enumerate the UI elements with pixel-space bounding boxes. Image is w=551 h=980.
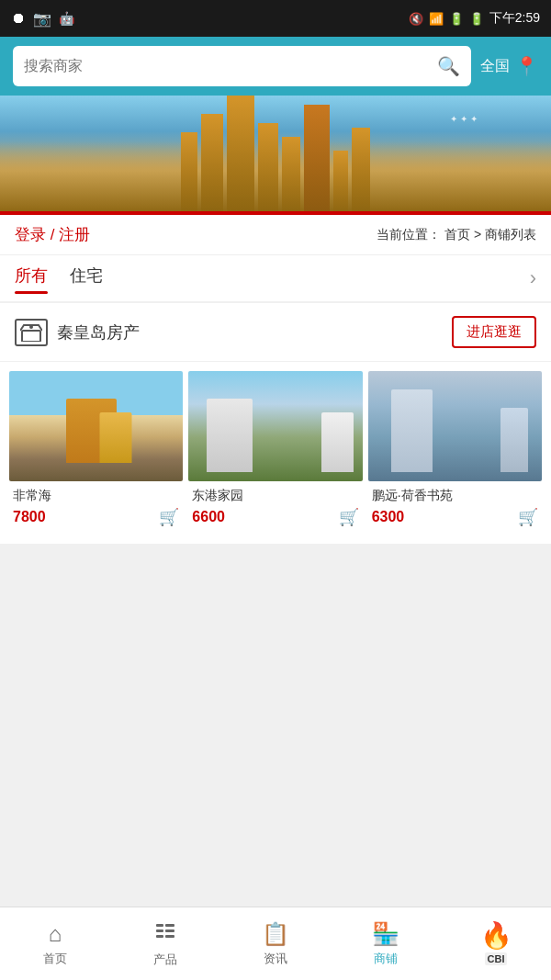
news-icon: 📋 <box>262 921 289 947</box>
product-info-2: 东港家园 6600 🛒 <box>188 481 362 531</box>
store-svg <box>20 323 42 342</box>
banner: ✦ ✦ ✦ <box>0 96 551 215</box>
list-icon-svg <box>154 920 176 942</box>
building-1 <box>181 132 197 215</box>
svg-rect-0 <box>22 331 40 342</box>
status-right: 🔇 📶 🔋 🔋 下午2:59 <box>409 10 540 27</box>
svg-rect-6 <box>165 929 174 932</box>
location-label: 全国 <box>480 57 510 76</box>
tab-all[interactable]: 所有 <box>15 265 48 292</box>
building-8 <box>352 128 370 215</box>
product-name-3: 鹏远·荷香书苑 <box>372 487 538 503</box>
status-time: 下午2:59 <box>489 10 540 27</box>
product-price-row-1: 7800 🛒 <box>13 507 179 527</box>
tab-more-arrow[interactable]: › <box>530 266 536 290</box>
nav-item-news[interactable]: 📋 资讯 <box>220 907 331 980</box>
fire-icon: 🔥 <box>480 923 512 949</box>
add-to-cart-button-1[interactable]: 🛒 <box>159 507 179 527</box>
products-icon <box>154 920 176 948</box>
auth-row: 登录 / 注册 当前位置： 首页 > 商铺列表 <box>0 215 551 255</box>
nav-item-products[interactable]: 产品 <box>110 907 220 980</box>
battery-icon-1: 🔋 <box>449 12 464 26</box>
camera-icon: 📷 <box>33 10 51 28</box>
location-prefix: 当前位置： <box>377 227 441 242</box>
product-name-1: 非常海 <box>13 487 179 503</box>
tab-residential[interactable]: 住宅 <box>70 265 103 292</box>
product-price-2: 6600 <box>192 509 225 525</box>
search-box[interactable]: 🔍 <box>13 46 471 86</box>
product-price-1: 7800 <box>13 509 46 525</box>
wifi-icon: 📶 <box>429 12 444 26</box>
store-name: 秦皇岛房产 <box>57 321 140 344</box>
shop-icon: 🏪 <box>372 921 399 947</box>
products-grid: 非常海 7800 🛒 东港家园 6600 🛒 <box>0 362 551 544</box>
cbi-label: CBI <box>485 952 508 965</box>
building-2 <box>201 114 223 215</box>
android-icon: 🤖 <box>59 11 74 26</box>
location-pin-icon: 📍 <box>515 55 538 77</box>
visit-store-button[interactable]: 进店逛逛 <box>452 316 536 348</box>
nav-label-news: 资讯 <box>264 951 287 967</box>
search-input[interactable] <box>24 58 430 74</box>
svg-point-1 <box>29 325 33 329</box>
product-price-row-3: 6300 🛒 <box>372 507 538 527</box>
status-bar: ⏺ 📷 🤖 🔇 📶 🔋 🔋 下午2:59 <box>0 0 551 37</box>
store-section: 秦皇岛房产 进店逛逛 非常海 7800 🛒 <box>0 303 551 544</box>
product-info-3: 鹏远·荷香书苑 6300 🛒 <box>368 481 542 531</box>
building-4 <box>258 123 278 215</box>
store-name-wrap: 秦皇岛房产 <box>15 319 140 346</box>
search-icon: 🔍 <box>437 55 460 77</box>
product-image-2 <box>188 371 362 481</box>
building-7 <box>333 151 348 215</box>
bottom-nav: ⌂ 首页 产品 📋 资讯 🏪 商铺 🔥 CBI <box>0 907 551 980</box>
record-icon: ⏺ <box>11 10 26 27</box>
add-to-cart-button-2[interactable]: 🛒 <box>339 507 359 527</box>
breadcrumb: 当前位置： 首页 > 商铺列表 <box>377 227 536 243</box>
search-area: 🔍 全国 📍 <box>0 37 551 96</box>
product-item: 非常海 7800 🛒 <box>9 371 183 531</box>
battery-icon-2: 🔋 <box>469 12 484 26</box>
content-spacer <box>0 544 551 819</box>
add-to-cart-button-3[interactable]: 🛒 <box>518 507 538 527</box>
svg-rect-5 <box>165 924 174 927</box>
svg-rect-4 <box>156 935 163 938</box>
banner-red-line <box>0 211 551 215</box>
product-image-3 <box>368 371 542 481</box>
product-price-row-2: 6600 🛒 <box>192 507 358 527</box>
product-price-3: 6300 <box>372 509 405 525</box>
building-6 <box>304 105 330 215</box>
svg-rect-7 <box>165 935 174 938</box>
product-item: 东港家园 6600 🛒 <box>188 371 362 531</box>
banner-sparkles: ✦ ✦ ✦ <box>450 114 478 124</box>
store-icon <box>15 319 48 346</box>
category-tabs: 所有 住宅 › <box>0 255 551 303</box>
status-left: ⏺ 📷 🤖 <box>11 10 74 28</box>
svg-rect-3 <box>156 929 163 932</box>
nav-label-shop: 商铺 <box>374 951 398 967</box>
location-path: 首页 > 商铺列表 <box>444 227 536 242</box>
nav-item-shop[interactable]: 🏪 商铺 <box>331 907 441 980</box>
store-header: 秦皇岛房产 进店逛逛 <box>0 303 551 362</box>
login-register-link[interactable]: 登录 / 注册 <box>15 224 90 245</box>
product-name-2: 东港家园 <box>192 487 358 503</box>
nav-label-products: 产品 <box>153 952 177 968</box>
mute-icon: 🔇 <box>409 12 423 26</box>
home-icon: ⌂ <box>49 921 62 947</box>
nav-label-home: 首页 <box>43 951 67 967</box>
main-content: ⏺ 📷 🤖 🔇 📶 🔋 🔋 下午2:59 🔍 全国 📍 <box>0 0 551 893</box>
product-item: 鹏远·荷香书苑 6300 🛒 <box>368 371 542 531</box>
building-5 <box>282 137 300 215</box>
svg-rect-2 <box>156 924 163 927</box>
building-3 <box>227 96 254 215</box>
product-image-1 <box>9 371 183 481</box>
nav-item-cbi[interactable]: 🔥 CBI <box>441 907 551 980</box>
nav-item-home[interactable]: ⌂ 首页 <box>0 907 110 980</box>
location-button[interactable]: 全国 📍 <box>480 55 538 77</box>
product-info-1: 非常海 7800 🛒 <box>9 481 183 531</box>
